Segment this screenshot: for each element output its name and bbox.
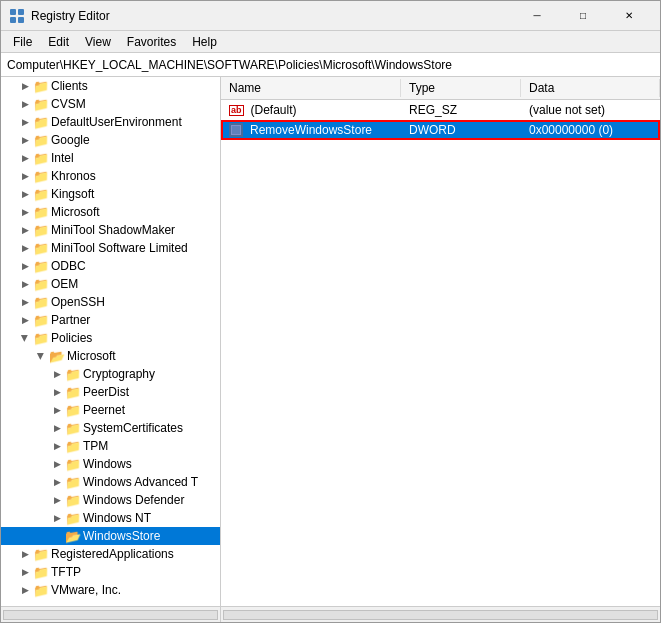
folder-icon-defaultuserenv: 📁: [33, 115, 49, 129]
tree-item-intel[interactable]: ▶ 📁 Intel: [1, 149, 220, 167]
svg-rect-2: [10, 17, 16, 23]
tree-item-windows[interactable]: ▶ 📁 Windows: [1, 455, 220, 473]
tree-arrow-cryptography: ▶: [49, 366, 65, 382]
tree-arrow-cvsm: ▶: [17, 96, 33, 112]
tree-item-google[interactable]: ▶ 📁 Google: [1, 131, 220, 149]
tree-item-peerdist[interactable]: ▶ 📁 PeerDist: [1, 383, 220, 401]
tree-arrow-openssh: ▶: [17, 294, 33, 310]
tree-arrow-clients: ▶: [17, 78, 33, 94]
svg-rect-1: [18, 9, 24, 15]
tree-arrow-windows-advanced: ▶: [49, 474, 65, 490]
tree-item-khronos[interactable]: ▶ 📁 Khronos: [1, 167, 220, 185]
maximize-button[interactable]: □: [560, 1, 606, 31]
col-header-data[interactable]: Data: [521, 79, 660, 97]
tree-arrow-policies-microsoft: ▶: [33, 348, 49, 364]
tree-item-peernet[interactable]: ▶ 📁 Peernet: [1, 401, 220, 419]
folder-icon-oem: 📁: [33, 277, 49, 291]
title-bar: Registry Editor ─ □ ✕: [1, 1, 660, 31]
tree-label-minitool-software: MiniTool Software Limited: [51, 241, 192, 255]
tree-label-cryptography: Cryptography: [83, 367, 159, 381]
tree-item-vmware[interactable]: ▶ 📁 VMware, Inc.: [1, 581, 220, 599]
tree-item-tpm[interactable]: ▶ 📁 TPM: [1, 437, 220, 455]
tree-label-peerdist: PeerDist: [83, 385, 133, 399]
tree-hscroll-bar[interactable]: [3, 610, 218, 620]
tree-item-openssh[interactable]: ▶ 📁 OpenSSH: [1, 293, 220, 311]
folder-icon-google: 📁: [33, 133, 49, 147]
folder-icon-policies: 📁: [33, 331, 49, 345]
menu-favorites[interactable]: Favorites: [119, 33, 184, 51]
tree-label-peernet: Peernet: [83, 403, 129, 417]
tree-item-kingsoft[interactable]: ▶ 📁 Kingsoft: [1, 185, 220, 203]
cell-type-removewindowsstore: DWORD: [401, 122, 521, 138]
tree-arrow-partner: ▶: [17, 312, 33, 328]
tree-label-oem: OEM: [51, 277, 82, 291]
folder-icon-minitool-shadow: 📁: [33, 223, 49, 237]
tree-item-windows-nt[interactable]: ▶ 📁 Windows NT: [1, 509, 220, 527]
menu-help[interactable]: Help: [184, 33, 225, 51]
tree-label-intel: Intel: [51, 151, 78, 165]
tree-label-kingsoft: Kingsoft: [51, 187, 98, 201]
tree-item-clients[interactable]: ▶ 📁 Clients: [1, 77, 220, 95]
tree-label-openssh: OpenSSH: [51, 295, 109, 309]
tree-arrow-windows: ▶: [49, 456, 65, 472]
tree-item-partner[interactable]: ▶ 📁 Partner: [1, 311, 220, 329]
tree-label-windowsstore: WindowsStore: [83, 529, 164, 543]
svg-rect-3: [18, 17, 24, 23]
menu-bar: File Edit View Favorites Help: [1, 31, 660, 53]
ab-icon: ab: [229, 105, 244, 116]
tree-item-oem[interactable]: ▶ 📁 OEM: [1, 275, 220, 293]
folder-icon-clients: 📁: [33, 79, 49, 93]
col-header-type[interactable]: Type: [401, 79, 521, 97]
cell-name-removewindowsstore: RemoveWindowsStore: [221, 122, 401, 138]
folder-icon-khronos: 📁: [33, 169, 49, 183]
col-header-name[interactable]: Name: [221, 79, 401, 97]
tree-item-systemcertificates[interactable]: ▶ 📁 SystemCertificates: [1, 419, 220, 437]
tree-item-windows-advanced[interactable]: ▶ 📁 Windows Advanced T: [1, 473, 220, 491]
table-row-removewindowsstore[interactable]: RemoveWindowsStore DWORD 0x00000000 (0): [221, 120, 660, 140]
menu-view[interactable]: View: [77, 33, 119, 51]
tree-item-minitool-shadow[interactable]: ▶ 📁 MiniTool ShadowMaker: [1, 221, 220, 239]
tree-item-tftp[interactable]: ▶ 📁 TFTP: [1, 563, 220, 581]
folder-icon-microsoft: 📁: [33, 205, 49, 219]
tree-item-windows-defender[interactable]: ▶ 📁 Windows Defender: [1, 491, 220, 509]
tree-label-minitool-shadow: MiniTool ShadowMaker: [51, 223, 179, 237]
table-row-default[interactable]: ab (Default) REG_SZ (value not set): [221, 100, 660, 120]
close-button[interactable]: ✕: [606, 1, 652, 31]
right-hscroll-bar[interactable]: [223, 610, 658, 620]
folder-icon-registeredapps: 📁: [33, 547, 49, 561]
cell-data-removewindowsstore: 0x00000000 (0): [521, 122, 660, 138]
folder-icon-minitool-software: 📁: [33, 241, 49, 255]
tree-item-cryptography[interactable]: ▶ 📁 Cryptography: [1, 365, 220, 383]
folder-icon-tftp: 📁: [33, 565, 49, 579]
tree-item-odbc[interactable]: ▶ 📁 ODBC: [1, 257, 220, 275]
tree-label-partner: Partner: [51, 313, 94, 327]
tree-item-policies[interactable]: ▶ 📁 Policies: [1, 329, 220, 347]
right-hscroll[interactable]: [221, 606, 660, 622]
folder-icon-intel: 📁: [33, 151, 49, 165]
menu-file[interactable]: File: [5, 33, 40, 51]
tree-label-tftp: TFTP: [51, 565, 85, 579]
minimize-button[interactable]: ─: [514, 1, 560, 31]
tree-item-minitool-software[interactable]: ▶ 📁 MiniTool Software Limited: [1, 239, 220, 257]
tree-arrow-windows-nt: ▶: [49, 510, 65, 526]
tree-arrow-vmware: ▶: [17, 582, 33, 598]
tree-item-cvsm[interactable]: ▶ 📁 CVSM: [1, 95, 220, 113]
tree-label-policies: Policies: [51, 331, 96, 345]
tree-item-microsoft[interactable]: ▶ 📁 Microsoft: [1, 203, 220, 221]
tree-item-windowsstore[interactable]: ▶ 📂 WindowsStore: [1, 527, 220, 545]
cell-data-default: (value not set): [521, 102, 660, 118]
folder-icon-peernet: 📁: [65, 403, 81, 417]
address-text: Computer\HKEY_LOCAL_MACHINE\SOFTWARE\Pol…: [7, 58, 452, 72]
tree-arrow-peernet: ▶: [49, 402, 65, 418]
menu-edit[interactable]: Edit: [40, 33, 77, 51]
tree-arrow-microsoft: ▶: [17, 204, 33, 220]
folder-icon-windows-defender: 📁: [65, 493, 81, 507]
tree-item-policies-microsoft[interactable]: ▶ 📂 Microsoft: [1, 347, 220, 365]
folder-icon-vmware: 📁: [33, 583, 49, 597]
tree-content: ▶ 📁 Clients ▶ 📁 CVSM ▶ 📁 DefaultUserEnv: [1, 77, 220, 606]
tree-label-khronos: Khronos: [51, 169, 100, 183]
tree-item-registeredapps[interactable]: ▶ 📁 RegisteredApplications: [1, 545, 220, 563]
tree-hscroll[interactable]: [1, 606, 220, 622]
tree-arrow-policies: ▶: [17, 330, 33, 346]
tree-item-defaultuserenv[interactable]: ▶ 📁 DefaultUserEnvironment: [1, 113, 220, 131]
